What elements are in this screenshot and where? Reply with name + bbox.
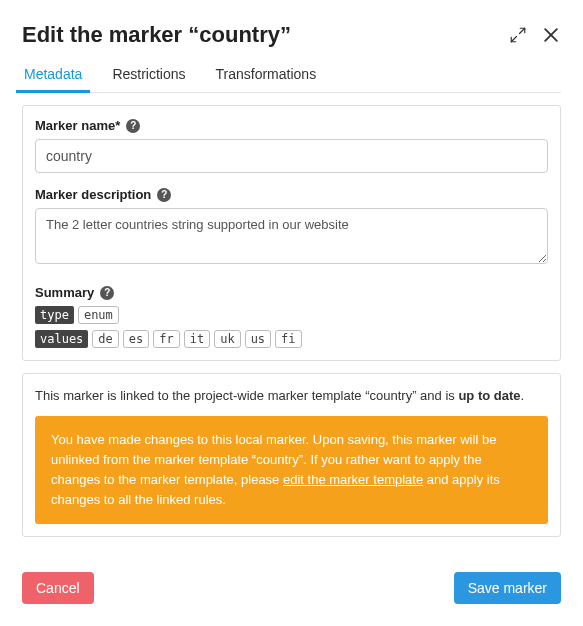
marker-desc-label-text: Marker description	[35, 187, 151, 202]
summary-value-tag: it	[184, 330, 210, 348]
help-icon[interactable]: ?	[126, 119, 140, 133]
tabs: Metadata Restrictions Transformations	[22, 60, 561, 93]
expand-icon[interactable]	[509, 26, 527, 44]
tab-transformations[interactable]: Transformations	[214, 60, 319, 92]
tab-restrictions[interactable]: Restrictions	[110, 60, 187, 92]
edit-template-link[interactable]: edit the marker template	[283, 472, 423, 487]
marker-name-input[interactable]	[35, 139, 548, 173]
marker-desc-input[interactable]: The 2 letter countries string supported …	[35, 208, 548, 264]
summary-section: Summary ? type enum values deesfritukusf…	[35, 285, 548, 348]
svg-line-1	[511, 37, 516, 42]
summary-type-val: enum	[78, 306, 119, 324]
metadata-panel: Marker name* ? Marker description ? The …	[22, 105, 561, 361]
modal-header: Edit the marker “country”	[22, 22, 561, 48]
marker-desc-label: Marker description ?	[35, 187, 548, 202]
summary-label: Summary ?	[35, 285, 548, 300]
summary-values-key: values	[35, 330, 88, 348]
summary-label-text: Summary	[35, 285, 94, 300]
header-icons	[509, 25, 561, 45]
help-icon[interactable]: ?	[157, 188, 171, 202]
svg-line-0	[520, 28, 525, 33]
marker-name-label-text: Marker name*	[35, 118, 120, 133]
warning-box: You have made changes to this local mark…	[35, 416, 548, 525]
summary-value-tag: de	[92, 330, 118, 348]
summary-values-row: values deesfritukusfi	[35, 330, 548, 348]
link-info-prefix: This marker is linked to the project-wid…	[35, 388, 458, 403]
summary-type-key: type	[35, 306, 74, 324]
save-button[interactable]: Save marker	[454, 572, 561, 604]
cancel-button[interactable]: Cancel	[22, 572, 94, 604]
marker-name-label: Marker name* ?	[35, 118, 548, 133]
modal-footer: Cancel Save marker	[22, 560, 561, 604]
summary-value-tag: es	[123, 330, 149, 348]
link-info-suffix: .	[521, 388, 525, 403]
link-info-status: up to date	[458, 388, 520, 403]
help-icon[interactable]: ?	[100, 286, 114, 300]
tab-metadata[interactable]: Metadata	[22, 60, 84, 92]
summary-value-tag: fi	[275, 330, 301, 348]
edit-marker-modal: Edit the marker “country” Metadata Restr…	[0, 0, 583, 626]
modal-title: Edit the marker “country”	[22, 22, 291, 48]
summary-value-tag: us	[245, 330, 271, 348]
link-info-panel: This marker is linked to the project-wid…	[22, 373, 561, 537]
close-icon[interactable]	[541, 25, 561, 45]
summary-value-tag: uk	[214, 330, 240, 348]
link-info-text: This marker is linked to the project-wid…	[35, 386, 548, 406]
summary-value-tag: fr	[153, 330, 179, 348]
summary-type-row: type enum	[35, 306, 548, 324]
